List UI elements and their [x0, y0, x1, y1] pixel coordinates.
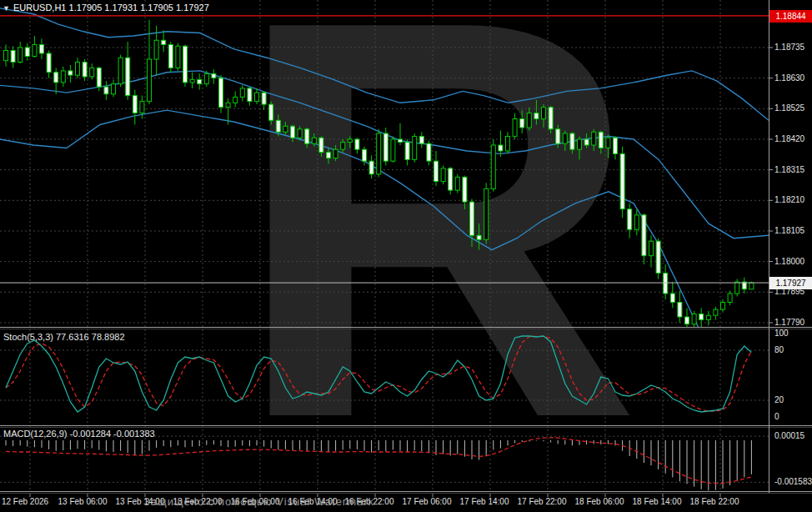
price-axis-label: 1.18315: [774, 166, 804, 174]
chart-title: ▼EURUSD,H1 1.17905 1.17931 1.17905 1.179…: [3, 3, 209, 13]
candle-wicks: [6, 20, 751, 333]
indicator-axis-label: 80: [774, 346, 784, 354]
time-axis-label: 18 Feb 22:00: [690, 498, 739, 506]
current-price-badge: 1.17927: [769, 277, 812, 289]
indicator-axis-label: 0.00015: [774, 432, 804, 440]
price-axis-label: 1.18000: [774, 258, 804, 266]
price-axis-label: 1.18420: [774, 135, 804, 143]
price-axis-label: 1.18210: [774, 196, 804, 204]
watermark-text: Защищено с помощью Visual Watermark: [143, 495, 374, 508]
time-axis-label: 18 Feb 14:00: [633, 498, 682, 506]
indicator-axis[interactable]: 100802000.00015-0.001583: [769, 327, 812, 494]
chart-marker-icon: ▼: [3, 4, 10, 13]
time-axis-label: 17 Feb 22:00: [518, 498, 567, 506]
resistance-price-badge: 1.18844: [769, 10, 812, 23]
stochastic-indicator-label: Stoch(5,3,3) 77.6316 78.8982: [3, 332, 125, 342]
time-axis-label: 12 Feb 2026: [2, 498, 48, 506]
macd-histogram: [6, 440, 751, 490]
indicator-axis-label: -0.001583: [774, 478, 812, 486]
indicator-axis-label: 100: [774, 329, 789, 338]
time-axis-label: 13 Feb 06:00: [58, 498, 108, 506]
time-axis-label: 17 Feb 06:00: [403, 498, 452, 506]
chart-title-text: EURUSD,H1 1.17905 1.17931 1.17905 1.1792…: [13, 3, 209, 13]
price-axis-label: 1.18525: [774, 104, 804, 113]
mt4-chart-window: R ▼EURUSD,H1 1.17905 1.17931 1.17905 1.1…: [0, 0, 812, 512]
price-axis-label: 1.18630: [774, 74, 804, 83]
time-axis-label: 17 Feb 14:00: [460, 498, 509, 506]
price-axis-label: 1.18735: [774, 43, 804, 52]
time-axis[interactable]: 12 Feb 202613 Feb 06:0013 Feb 14:0013 Fe…: [0, 494, 769, 512]
bollinger-upper: [0, 8, 769, 120]
indicator-axis-label: 20: [774, 396, 784, 404]
time-axis-label: 18 Feb 06:00: [575, 498, 624, 506]
price-axis-label: 1.17790: [774, 319, 804, 327]
macd-indicator-label: MACD(12,26,9) -0.001284 -0.001383: [3, 429, 155, 439]
price-axis-label: 1.18105: [774, 227, 804, 235]
candlesticks: [4, 20, 754, 333]
indicator-axis-label: 0: [774, 413, 779, 421]
bull-candles: [4, 40, 754, 324]
